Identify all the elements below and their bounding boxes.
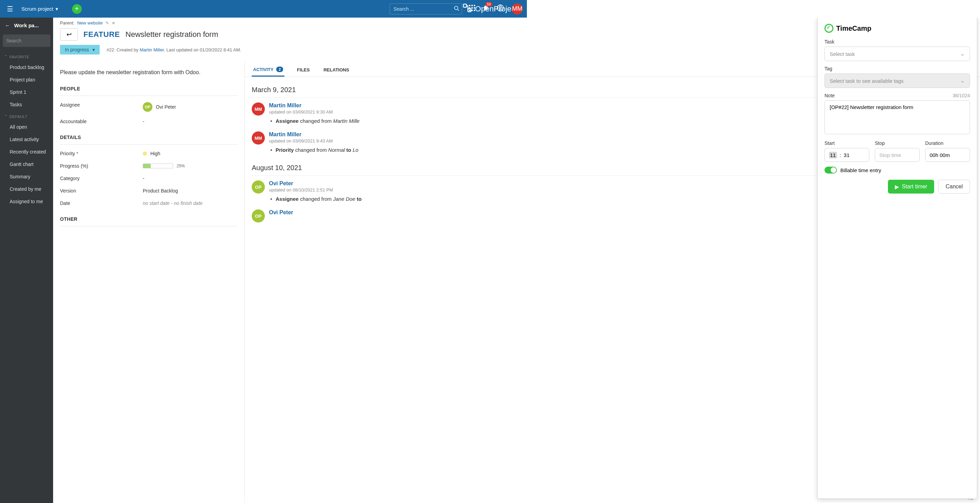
project-selector[interactable]: Scrum project ▾: [21, 6, 58, 12]
entry-avatar: MM: [252, 102, 265, 116]
chevron-down-icon: ⌃: [4, 54, 8, 59]
sidebar-item-assigned-to-me[interactable]: Assigned to me: [0, 195, 53, 208]
entry-avatar: MM: [252, 131, 265, 145]
svg-rect-12: [474, 10, 475, 11]
people-header: PEOPLE: [60, 86, 238, 91]
sidebar-item-sprint-1[interactable]: Sprint 1: [0, 86, 53, 98]
parent-label: Parent:: [60, 20, 75, 25]
tab-relations[interactable]: RELATIONS: [322, 65, 350, 76]
entry-meta: updated on 08/10/2021 2:51 PM: [269, 187, 362, 193]
wp-type: FEATURE: [83, 30, 120, 39]
sidebar-item-project-plan[interactable]: Project plan: [0, 73, 53, 86]
sidebar-item-all-open[interactable]: All open: [0, 121, 53, 133]
notifications-icon[interactable]: 59: [483, 5, 489, 13]
sidebar-item-tasks[interactable]: Tasks: [0, 98, 53, 111]
version-row[interactable]: Version Product Backlog: [60, 185, 238, 197]
sidebar-title: Work pa...: [14, 22, 39, 28]
back-button[interactable]: ↩: [60, 28, 78, 41]
description[interactable]: Please update the newsletter registratio…: [60, 69, 238, 76]
svg-rect-5: [471, 5, 473, 6]
sidebar-item-created-by-me[interactable]: Created by me: [0, 183, 53, 195]
sidebar-back[interactable]: ← Work pa...: [0, 18, 53, 33]
search-input[interactable]: [393, 6, 454, 12]
divider: [60, 144, 238, 145]
apps-icon[interactable]: [469, 5, 475, 13]
search-icon: [454, 6, 459, 13]
entry-avatar: OP: [252, 209, 265, 223]
parent-link[interactable]: New website: [77, 20, 103, 25]
status-row: In progress ▾ #22: Created by Martin Mil…: [53, 45, 527, 59]
required-star: *: [76, 151, 78, 156]
project-name: Scrum project: [21, 6, 53, 12]
priority-row[interactable]: Priority * High: [60, 147, 238, 160]
svg-point-2: [455, 6, 458, 10]
other-header: OTHER: [60, 216, 238, 222]
tab-files[interactable]: FILES: [296, 65, 311, 76]
progress-row[interactable]: Progress (%) 25%: [60, 160, 238, 172]
sidebar-item-gantt-chart[interactable]: Gantt chart: [0, 158, 53, 170]
sidebar-search[interactable]: [3, 35, 50, 47]
svg-rect-7: [469, 7, 470, 9]
entry-author[interactable]: Martin Miller: [269, 131, 358, 138]
activity-entry: OP Ovi Peter updated on 08/10/2021 2:51 …: [252, 180, 527, 202]
help-icon[interactable]: [496, 4, 504, 13]
edit-icon[interactable]: ✎: [105, 21, 109, 25]
chevron-down-icon: ▾: [56, 6, 58, 12]
sidebar: ← Work pa... ⌃ FAVORITE Product backlog …: [0, 18, 53, 271]
sidebar-item-latest-activity[interactable]: Latest activity: [0, 133, 53, 146]
breadcrumb: Parent: New website ✎ ✕: [53, 18, 527, 25]
favorite-section-header[interactable]: ⌃ FAVORITE: [0, 51, 53, 61]
content-split: Please update the newsletter registratio…: [53, 61, 527, 271]
arrow-left-icon: ←: [5, 22, 10, 28]
add-button[interactable]: +: [72, 4, 82, 14]
user-avatar[interactable]: MM: [512, 3, 523, 14]
accountable-row[interactable]: Accountable -: [60, 115, 238, 127]
menu-toggle-icon[interactable]: ☰: [4, 5, 16, 13]
progress-bar: [143, 164, 173, 168]
activity-entry: MM Martin Miller updated on 03/09/2021 9…: [252, 102, 527, 124]
date-row[interactable]: Date no start date - no finish date: [60, 197, 238, 209]
svg-line-3: [458, 9, 459, 11]
assignee-row[interactable]: Assignee OP Ovi Peter: [60, 99, 238, 115]
chevron-down-icon: ▾: [92, 47, 95, 53]
activity-entry: MM Martin Miller updated on 03/09/2021 9…: [252, 131, 527, 153]
entry-avatar: OP: [252, 180, 265, 194]
activity-date: March 9, 2021: [252, 83, 527, 98]
assignee-avatar: OP: [143, 102, 153, 112]
entry-change: Priority changed from Normal to Lo: [269, 147, 358, 153]
activity-date: August 10, 2021: [252, 161, 527, 176]
sidebar-item-summary[interactable]: Summary: [0, 170, 53, 183]
svg-rect-0: [463, 4, 466, 7]
activity-entry: OP Ovi Peter: [252, 209, 527, 223]
svg-point-14: [500, 9, 501, 10]
author-link[interactable]: Martin Miller: [140, 47, 164, 53]
default-section-header[interactable]: ⌃ DEFAULT: [0, 111, 53, 121]
sidebar-item-product-backlog[interactable]: Product backlog: [0, 61, 53, 73]
category-row[interactable]: Category -: [60, 172, 238, 185]
activity-count-badge: 2: [276, 67, 283, 72]
close-icon[interactable]: ✕: [112, 21, 115, 25]
entry-change: Assignee changed from Martin Mille: [269, 118, 360, 124]
svg-rect-9: [474, 7, 475, 9]
details-panel: Please update the newsletter registratio…: [53, 61, 245, 271]
tab-activity[interactable]: ACTIVITY 2: [252, 65, 285, 76]
tabs: ACTIVITY 2 FILES RELATIONS: [245, 61, 527, 77]
status-badge[interactable]: In progress ▾: [60, 45, 100, 54]
assignee-name: Ovi Peter: [156, 104, 176, 110]
app-name: OpenProject: [475, 5, 517, 13]
topbar: ☰ Scrum project ▾ + OpenProject 59 MM: [0, 0, 527, 18]
entry-author[interactable]: Martin Miller: [269, 102, 360, 109]
global-search[interactable]: [390, 3, 462, 14]
entry-author[interactable]: Ovi Peter: [269, 209, 293, 216]
sidebar-item-recently-created[interactable]: Recently created: [0, 146, 53, 158]
divider: [60, 226, 238, 226]
activity-stream: March 9, 2021 MM Martin Miller updated o…: [245, 77, 527, 236]
svg-rect-10: [469, 10, 470, 11]
wp-title[interactable]: Newsletter registration form: [126, 30, 218, 39]
svg-rect-4: [469, 5, 470, 6]
svg-rect-11: [471, 10, 473, 11]
priority-dot: [143, 151, 147, 156]
entry-author[interactable]: Ovi Peter: [269, 180, 362, 187]
title-row: ↩ FEATURE Newsletter registration form ▶…: [53, 25, 527, 45]
divider: [60, 96, 238, 96]
